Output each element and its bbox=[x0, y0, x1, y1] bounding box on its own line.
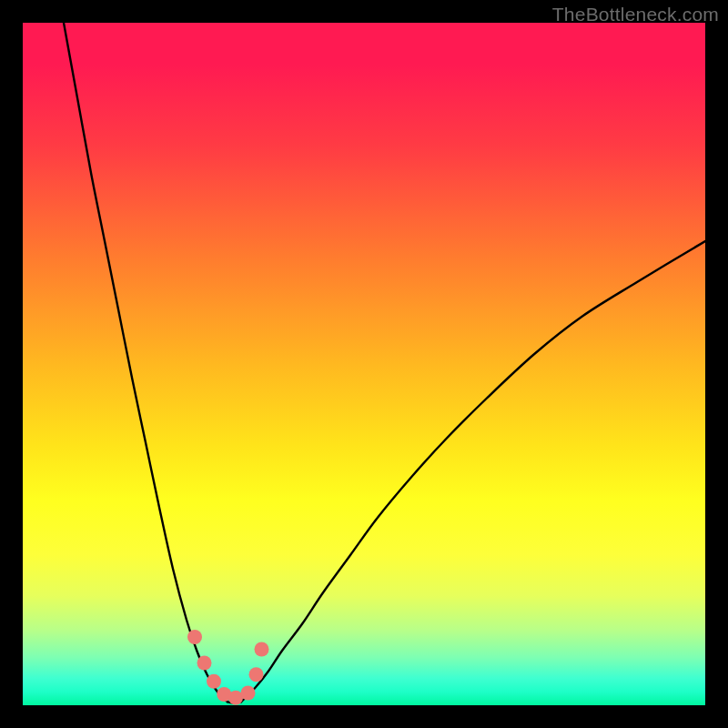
marker-dot bbox=[249, 667, 264, 682]
plot-area bbox=[23, 23, 705, 705]
marker-dot bbox=[207, 674, 221, 689]
watermark-text: TheBottleneck.com bbox=[552, 4, 719, 25]
marker-group bbox=[187, 630, 269, 705]
curve-lines bbox=[64, 23, 705, 703]
marker-dot bbox=[241, 686, 256, 701]
marker-dot bbox=[197, 656, 212, 671]
curve-right-branch bbox=[241, 241, 705, 702]
marker-dot bbox=[187, 630, 202, 644]
chart-svg bbox=[23, 23, 705, 705]
curve-left-branch bbox=[64, 23, 228, 702]
outer-frame: TheBottleneck.com bbox=[0, 0, 728, 728]
marker-dot bbox=[255, 642, 269, 657]
